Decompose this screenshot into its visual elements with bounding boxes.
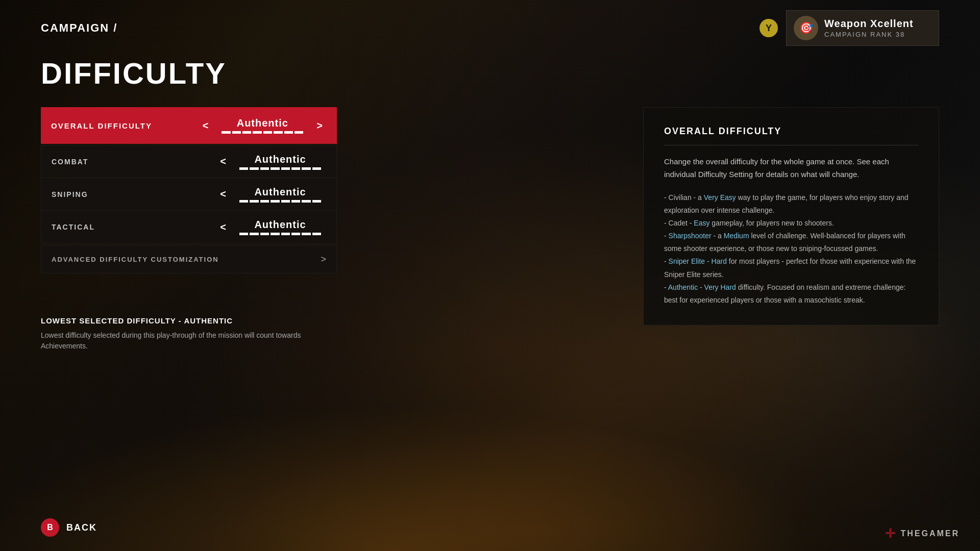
- player-name: Weapon Xcellent: [824, 18, 914, 30]
- advanced-customization-row[interactable]: ADVANCED DIFFICULTY CUSTOMIZATION >: [41, 245, 337, 273]
- watermark: ✛ THEGAMER: [885, 527, 960, 541]
- tseg-8: [312, 233, 321, 235]
- sniping-value-container: Authentic: [234, 186, 326, 203]
- overall-arrow-left[interactable]: <: [199, 118, 213, 134]
- seg-3: [242, 131, 251, 134]
- tseg-5: [281, 233, 290, 235]
- back-button[interactable]: B BACK: [41, 518, 97, 537]
- tseg-3: [260, 233, 269, 235]
- info-panel-description: Change the overall difficulty for the wh…: [664, 156, 918, 181]
- page-title: DIFFICULTY: [41, 56, 227, 90]
- overall-difficulty-label: OVERALL DIFFICULTY: [51, 121, 153, 130]
- sniping-label: SNIPING: [52, 190, 113, 198]
- combat-row[interactable]: COMBAT < Authentic: [41, 145, 336, 178]
- cseg-5: [281, 167, 290, 170]
- tactical-value: Authentic: [254, 219, 306, 231]
- combat-arrow-left[interactable]: <: [216, 154, 230, 169]
- combat-value-container: Authentic: [234, 154, 326, 170]
- sseg-1: [239, 200, 248, 203]
- cseg-7: [302, 167, 310, 170]
- combat-value: Authentic: [254, 154, 306, 165]
- seg-6: [274, 131, 282, 134]
- player-icon: 🎯: [794, 16, 818, 40]
- seg-5: [263, 131, 272, 134]
- sniping-arrow-left[interactable]: <: [216, 186, 230, 202]
- note-text: Lowest difficulty selected during this p…: [41, 330, 337, 352]
- tactical-arrow-left[interactable]: <: [216, 219, 230, 235]
- tseg-4: [271, 233, 279, 235]
- sseg-5: [281, 200, 290, 203]
- overall-difficulty-selector: < Authentic >: [153, 117, 327, 134]
- tactical-row[interactable]: TACTICAL < Authentic: [41, 211, 336, 243]
- y-button[interactable]: Y: [760, 19, 778, 37]
- info-list-item-1: - Civilian - a Very Easy way to play the…: [664, 191, 918, 217]
- tactical-bar: [239, 233, 321, 235]
- sseg-7: [302, 200, 310, 203]
- info-list-item-4: - Sniper Elite - Hard for most players -…: [664, 255, 918, 281]
- sniping-selector: < Authentic: [113, 186, 326, 203]
- sniping-value: Authentic: [254, 186, 306, 198]
- overall-difficulty-bar: [222, 131, 303, 134]
- cseg-8: [312, 167, 321, 170]
- info-panel-title: OVERALL DIFFICULTY: [664, 126, 918, 145]
- info-list-item-2: - Cadet - Easy gameplay, for players new…: [664, 217, 918, 230]
- sseg-8: [312, 200, 321, 203]
- combat-label: COMBAT: [52, 158, 113, 166]
- cseg-1: [239, 167, 248, 170]
- b-button-icon: B: [41, 518, 59, 537]
- info-panel: OVERALL DIFFICULTY Change the overall di…: [643, 107, 939, 325]
- overall-arrow-right[interactable]: >: [312, 118, 327, 134]
- cseg-4: [271, 167, 279, 170]
- cseg-6: [291, 167, 300, 170]
- cseg-2: [250, 167, 258, 170]
- seg-2: [232, 131, 241, 134]
- info-panel-list: - Civilian - a Very Easy way to play the…: [664, 191, 918, 307]
- sseg-3: [260, 200, 269, 203]
- cseg-3: [260, 167, 269, 170]
- note-title: LOWEST SELECTED DIFFICULTY - AUTHENTIC: [41, 316, 337, 325]
- tseg-2: [250, 233, 258, 235]
- sub-options: COMBAT < Authentic: [41, 145, 337, 244]
- tactical-value-container: Authentic: [234, 219, 326, 235]
- back-label: BACK: [66, 522, 97, 533]
- tactical-selector: < Authentic: [113, 219, 326, 235]
- tseg-1: [239, 233, 248, 235]
- sseg-2: [250, 200, 258, 203]
- player-details: Weapon Xcellent CAMPAIGN RANK 38: [824, 18, 914, 38]
- seg-8: [295, 131, 303, 134]
- wm-text: THEGAMER: [900, 529, 960, 538]
- advanced-label: ADVANCED DIFFICULTY CUSTOMIZATION: [52, 256, 219, 263]
- bottom-note: LOWEST SELECTED DIFFICULTY - AUTHENTIC L…: [41, 316, 337, 352]
- sniping-bar: [239, 200, 321, 203]
- info-list-item-5: - Authentic - Very Hard difficulty. Focu…: [664, 281, 918, 307]
- tseg-6: [291, 233, 300, 235]
- sseg-6: [291, 200, 300, 203]
- tactical-label: TACTICAL: [52, 223, 113, 231]
- seg-4: [253, 131, 261, 134]
- overall-difficulty-value: Authentic: [237, 117, 288, 129]
- info-list-item-3: - Sharpshooter - a Medium level of chall…: [664, 230, 918, 255]
- player-card: 🎯 Weapon Xcellent CAMPAIGN RANK 38: [786, 10, 939, 46]
- overall-difficulty-row[interactable]: OVERALL DIFFICULTY < Authentic: [41, 107, 337, 144]
- advanced-arrow-icon: >: [321, 254, 326, 265]
- sniping-row[interactable]: SNIPING < Authentic: [41, 178, 336, 211]
- breadcrumb: CAMPAIGN /: [41, 21, 117, 35]
- combat-bar: [239, 167, 321, 170]
- seg-1: [222, 131, 230, 134]
- tseg-7: [302, 233, 310, 235]
- player-info: Y 🎯 Weapon Xcellent CAMPAIGN RANK 38: [760, 10, 939, 46]
- sseg-4: [271, 200, 279, 203]
- overall-difficulty-value-container: Authentic: [216, 117, 308, 134]
- player-rank: CAMPAIGN RANK 38: [824, 31, 914, 38]
- wm-cross-icon: ✛: [885, 527, 895, 541]
- combat-selector: < Authentic: [113, 154, 326, 170]
- seg-7: [284, 131, 293, 134]
- left-panel: OVERALL DIFFICULTY < Authentic: [41, 107, 337, 273]
- header: CAMPAIGN / Y 🎯 Weapon Xcellent CAMPAIGN …: [0, 0, 980, 46]
